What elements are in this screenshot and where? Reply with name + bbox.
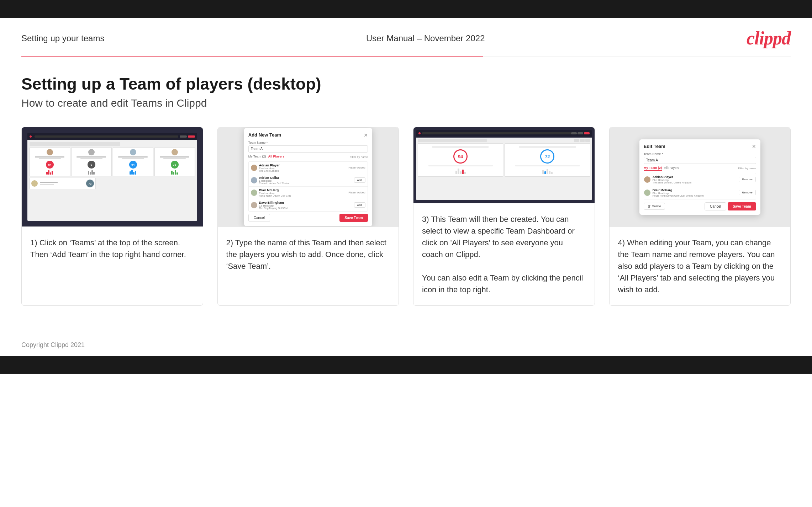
player-sub: Plus HandicapThe Shire London xyxy=(259,167,347,172)
step-1-content: 1) Click on ‘Teams’ at the top of the sc… xyxy=(22,227,203,305)
avatar xyxy=(251,177,257,183)
player-name: Adrian Colba xyxy=(259,176,352,180)
edit-modal-close-icon[interactable]: ✕ xyxy=(752,144,756,149)
edit-all-players-tab[interactable]: All Players xyxy=(664,166,679,170)
list-item: Adrian Colba 1 HandicapCentral London Go… xyxy=(249,174,368,187)
save-team-button[interactable]: Save Team xyxy=(339,214,368,222)
player-added-label: Player Added xyxy=(348,166,365,169)
list-item: Adrian Player Plus HandicapThe Shire Lon… xyxy=(249,162,368,174)
step-2-text: 2) Type the name of this Team and then s… xyxy=(226,237,390,272)
step-2-screenshot: Add New Team ✕ Team Name * Team A My Tea… xyxy=(218,127,399,227)
edit-team-modal: Edit Team ✕ Team Name * Team A My Team (… xyxy=(639,139,760,215)
step-3-content: 3) This Team will then be created. You c… xyxy=(413,203,595,305)
player-tabs: My Team (2) All Players Filter by name xyxy=(248,155,368,159)
bottom-bar xyxy=(0,356,812,374)
edit-cancel-button[interactable]: Cancel xyxy=(705,202,726,210)
avatar xyxy=(251,202,257,208)
edit-save-team-button[interactable]: Save Team xyxy=(728,202,756,210)
player-added-label: Player Added xyxy=(348,191,365,194)
edit-my-team-tab[interactable]: My Team (2) xyxy=(644,166,662,171)
edit-filter-label: Filter by name xyxy=(738,167,756,170)
edit-player-list: Adrian Player Plus HandicapThe Shire Lon… xyxy=(644,173,756,199)
step-4-content: 4) When editing your Team, you can chang… xyxy=(610,227,791,305)
step-4-screenshot: Edit Team ✕ Team Name * Team A My Team (… xyxy=(610,127,791,227)
delete-team-button[interactable]: 🗑 Delete xyxy=(644,203,665,210)
all-players-tab[interactable]: All Players xyxy=(268,155,285,159)
filter-label: Filter by name xyxy=(350,155,368,159)
step-2-card: Add New Team ✕ Team Name * Team A My Tea… xyxy=(217,127,399,306)
step-1-screenshot: 84 xyxy=(22,127,203,227)
step-1-card: 84 xyxy=(21,127,203,306)
cards-grid: 84 xyxy=(21,127,791,306)
header-section-label: Setting up your teams xyxy=(21,33,104,43)
avatar xyxy=(644,190,650,196)
player-sub: Plus HandicapThe Shire London, United Ki… xyxy=(653,179,737,184)
avatar xyxy=(251,190,257,196)
player-name: Adrian Player xyxy=(653,175,737,179)
step-4-card: Edit Team ✕ Team Name * Team A My Team (… xyxy=(609,127,791,306)
team-name-label: Team Name * xyxy=(248,141,368,144)
player-sub: Plus HandicapRoyal North Devon Golf Club xyxy=(259,192,347,197)
step-3-text: 3) This Team will then be created. You c… xyxy=(422,213,586,295)
copyright-text: Copyright Clippd 2021 xyxy=(21,341,85,348)
player-name: Adrian Player xyxy=(259,164,347,167)
edit-modal-footer: 🗑 Delete Cancel Save Team xyxy=(644,202,756,210)
step-2-content: 2) Type the name of this Team and then s… xyxy=(218,227,399,305)
edit-team-name-input[interactable]: Team A xyxy=(644,157,756,164)
edit-modal-title: Edit Team xyxy=(644,144,665,149)
step-3-card: 94 xyxy=(413,127,595,306)
step-3-screenshot: 94 xyxy=(413,127,595,203)
top-bar xyxy=(0,0,812,18)
team-name-input[interactable]: Team A xyxy=(248,145,368,153)
player-name: Dave Billingham xyxy=(259,201,352,204)
list-item: Adrian Player Plus HandicapThe Shire Lon… xyxy=(644,173,756,186)
trash-icon: 🗑 xyxy=(648,204,651,208)
cancel-button[interactable]: Cancel xyxy=(248,214,270,222)
avatar xyxy=(644,176,650,183)
remove-player-button[interactable]: Remove xyxy=(739,190,756,195)
add-player-button[interactable]: Add xyxy=(354,177,365,183)
list-item: Blair McHarg Plus HandicapRoyal North De… xyxy=(644,186,756,199)
edit-player-tabs: My Team (2) All Players Filter by name xyxy=(644,166,756,171)
player-name: Blair McHarg xyxy=(653,188,737,192)
step-4-text: 4) When editing your Team, you can chang… xyxy=(618,237,782,295)
avatar xyxy=(251,165,257,171)
modal-title: Add New Team xyxy=(248,132,281,138)
player-name: Blair McHarg xyxy=(259,188,347,192)
my-team-tab[interactable]: My Team (2) xyxy=(248,155,266,159)
modal-footer: Cancel Save Team xyxy=(248,214,368,222)
list-item: Blair McHarg Plus HandicapRoyal North De… xyxy=(249,187,368,199)
add-team-modal: Add New Team ✕ Team Name * Team A My Tea… xyxy=(244,128,372,226)
player-sub: Plus HandicapRoyal North Devon Golf Club… xyxy=(653,192,737,197)
list-item: Dave Billingham 3.8 HandicapThe Dog Mayi… xyxy=(249,199,368,211)
player-sub: 3.8 HandicapThe Dog Maying Golf Club xyxy=(259,204,352,209)
add-player-button[interactable]: Add xyxy=(354,202,365,208)
modal-close-icon[interactable]: ✕ xyxy=(364,132,368,138)
header-manual-title: User Manual – November 2022 xyxy=(366,33,485,43)
header: Setting up your teams User Manual – Nove… xyxy=(0,18,812,56)
edit-team-name-label: Team Name * xyxy=(644,152,756,156)
clippd-logo: clippd xyxy=(747,28,791,49)
page-subtitle: How to create and edit Teams in Clippd xyxy=(21,97,791,109)
player-sub: 1 HandicapCentral London Golf Centre xyxy=(259,180,352,185)
player-list: Adrian Player Plus HandicapThe Shire Lon… xyxy=(248,161,368,212)
main-content: Setting up a Team of players (desktop) H… xyxy=(0,57,812,334)
footer-right-buttons: Cancel Save Team xyxy=(705,202,756,210)
remove-player-button[interactable]: Remove xyxy=(739,177,756,182)
footer: Copyright Clippd 2021 xyxy=(0,334,812,356)
page-title: Setting up a Team of players (desktop) xyxy=(21,74,791,94)
step-1-text: 1) Click on ‘Teams’ at the top of the sc… xyxy=(30,237,194,260)
